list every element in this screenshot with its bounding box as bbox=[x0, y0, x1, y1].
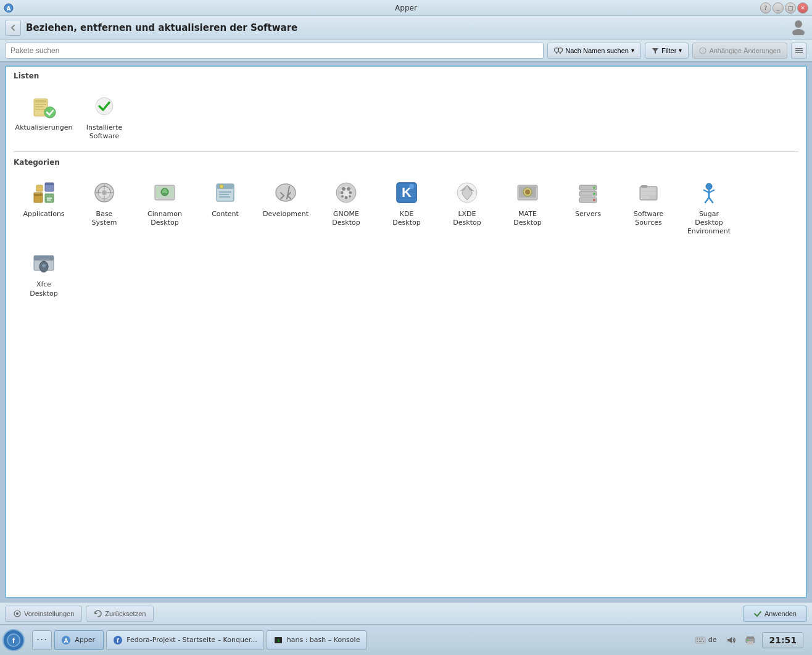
gnome-desktop-label: GNOMEDesktop bbox=[332, 210, 360, 228]
svg-point-3 bbox=[792, 29, 805, 35]
taskbar-task-apper[interactable]: A Apper bbox=[54, 630, 104, 650]
titlebar: A Apper ? _ □ ✕ bbox=[0, 0, 812, 16]
tray-volume bbox=[723, 635, 739, 645]
category-development[interactable]: Development bbox=[258, 174, 313, 240]
category-sugar-desktop[interactable]: SugarDesktopEnvironment bbox=[681, 174, 737, 240]
keyboard-layout: de bbox=[708, 636, 717, 644]
close-button[interactable]: ✕ bbox=[797, 2, 808, 14]
listen-label: Listen bbox=[6, 67, 806, 83]
listen-items: Aktualisierungen InstallierteSoftware bbox=[6, 83, 806, 150]
search-input[interactable] bbox=[5, 43, 544, 59]
svg-rect-41 bbox=[219, 196, 230, 198]
tools-button[interactable] bbox=[791, 43, 807, 59]
svg-point-42 bbox=[276, 184, 296, 201]
svg-rect-39 bbox=[219, 191, 231, 193]
category-mate-desktop[interactable]: MATEDesktop bbox=[500, 174, 555, 240]
apply-button[interactable]: Anwenden bbox=[743, 606, 807, 622]
svg-point-65 bbox=[593, 199, 595, 201]
kategorien-items: Applications BaseSystem bbox=[6, 169, 806, 307]
category-applications[interactable]: Applications bbox=[16, 174, 72, 240]
software-sources-icon bbox=[634, 178, 663, 207]
preferences-button[interactable]: Voreinstellungen bbox=[5, 606, 82, 622]
svg-point-45 bbox=[342, 187, 346, 191]
list-item-aktualisierungen[interactable]: Aktualisierungen bbox=[16, 88, 72, 145]
svg-point-32 bbox=[102, 190, 107, 195]
bottom-bar: Voreinstellungen Zurücksetzen Anwenden bbox=[0, 602, 812, 624]
list-item-installierte-software[interactable]: InstallierteSoftware bbox=[77, 88, 132, 145]
binoculars-icon bbox=[554, 46, 563, 55]
svg-rect-14 bbox=[795, 52, 803, 53]
help-button[interactable]: ? bbox=[760, 2, 771, 14]
svg-rect-78 bbox=[34, 256, 54, 261]
volume-icon bbox=[725, 635, 736, 645]
svg-point-81 bbox=[42, 264, 46, 267]
svg-point-21 bbox=[96, 98, 113, 115]
category-gnome-desktop[interactable]: GNOMEDesktop bbox=[318, 174, 374, 240]
kde-desktop-icon: K bbox=[392, 178, 421, 207]
start-button[interactable]: f bbox=[2, 629, 25, 651]
back-button[interactable] bbox=[5, 20, 21, 36]
category-xfce-desktop[interactable]: XfceDesktop bbox=[16, 244, 72, 302]
reset-button[interactable]: Zurücksetzen bbox=[86, 606, 154, 622]
gnome-desktop-icon bbox=[331, 178, 361, 207]
fedora-task-icon: f bbox=[113, 635, 123, 645]
svg-text:A: A bbox=[7, 6, 11, 12]
xfce-desktop-label: XfceDesktop bbox=[30, 280, 57, 298]
svg-text:!: ! bbox=[702, 48, 703, 54]
svg-line-76 bbox=[709, 198, 713, 202]
aktualisierungen-label: Aktualisierungen bbox=[15, 123, 73, 132]
svg-point-2 bbox=[795, 20, 802, 28]
category-base-system[interactable]: BaseSystem bbox=[77, 174, 132, 240]
minimize-button[interactable]: _ bbox=[773, 2, 784, 14]
svg-point-38 bbox=[220, 185, 223, 188]
category-content[interactable]: Content bbox=[197, 174, 253, 240]
konsole-task-icon: $ bbox=[273, 635, 283, 645]
category-cinnamon-desktop[interactable]: CinnamonDesktop bbox=[137, 174, 193, 240]
content-icon bbox=[210, 178, 240, 207]
maximize-button[interactable]: □ bbox=[785, 2, 796, 14]
svg-rect-95 bbox=[702, 638, 703, 640]
taskbar-task-fedora[interactable]: f Fedora-Projekt - Startseite – Konquer.… bbox=[106, 630, 263, 650]
svg-rect-23 bbox=[34, 194, 43, 196]
taskbar-task-konsole[interactable]: $ hans : bash – Konsole bbox=[267, 630, 367, 650]
svg-point-83 bbox=[16, 612, 19, 615]
search-button[interactable]: Nach Namen suchen ▾ bbox=[547, 43, 641, 59]
changes-button[interactable]: ! Anhängige Änderungen bbox=[692, 43, 787, 59]
kde-desktop-label: KDEDesktop bbox=[392, 210, 420, 228]
kategorien-label: Kategorien bbox=[6, 153, 806, 169]
cinnamon-desktop-label: CinnamonDesktop bbox=[147, 210, 182, 228]
tray-printer bbox=[742, 635, 758, 645]
applications-icon bbox=[29, 178, 59, 207]
svg-rect-92 bbox=[695, 637, 705, 643]
sugar-desktop-label: SugarDesktopEnvironment bbox=[687, 210, 731, 236]
svg-rect-16 bbox=[35, 100, 46, 102]
content-area: Listen Aktualisierungen bbox=[5, 65, 807, 598]
svg-rect-37 bbox=[217, 184, 234, 189]
toolbar: Beziehen, entfernen und aktualisieren de… bbox=[0, 16, 812, 40]
svg-rect-13 bbox=[795, 48, 803, 49]
system-clock[interactable]: 21:51 bbox=[762, 632, 803, 648]
svg-rect-93 bbox=[697, 638, 698, 640]
svg-text:f: f bbox=[117, 638, 119, 644]
installierte-software-label: InstallierteSoftware bbox=[86, 123, 123, 141]
svg-point-51 bbox=[345, 196, 348, 199]
svg-text:$: $ bbox=[277, 638, 280, 643]
mate-desktop-label: MATEDesktop bbox=[513, 210, 541, 228]
category-kde-desktop[interactable]: K KDEDesktop bbox=[379, 174, 434, 240]
svg-rect-18 bbox=[35, 106, 44, 107]
apper-task-icon: A bbox=[61, 635, 71, 645]
category-software-sources[interactable]: SoftwareSources bbox=[621, 174, 676, 240]
svg-rect-68 bbox=[641, 192, 656, 195]
svg-line-75 bbox=[705, 198, 709, 202]
filter-button[interactable]: Filter ▾ bbox=[645, 43, 689, 59]
category-lxde-desktop[interactable]: LXDEDesktop bbox=[439, 174, 495, 240]
installierte-software-icon bbox=[89, 91, 119, 121]
svg-rect-67 bbox=[641, 188, 656, 191]
window-title: Apper bbox=[0, 4, 812, 12]
taskbar: f ··· A Apper f Fedora-Projekt - Startse… bbox=[0, 624, 812, 655]
svg-rect-40 bbox=[219, 194, 229, 195]
category-servers[interactable]: Servers bbox=[560, 174, 616, 240]
svg-point-47 bbox=[341, 191, 344, 194]
svg-point-48 bbox=[349, 191, 352, 194]
svg-rect-99 bbox=[747, 636, 754, 638]
